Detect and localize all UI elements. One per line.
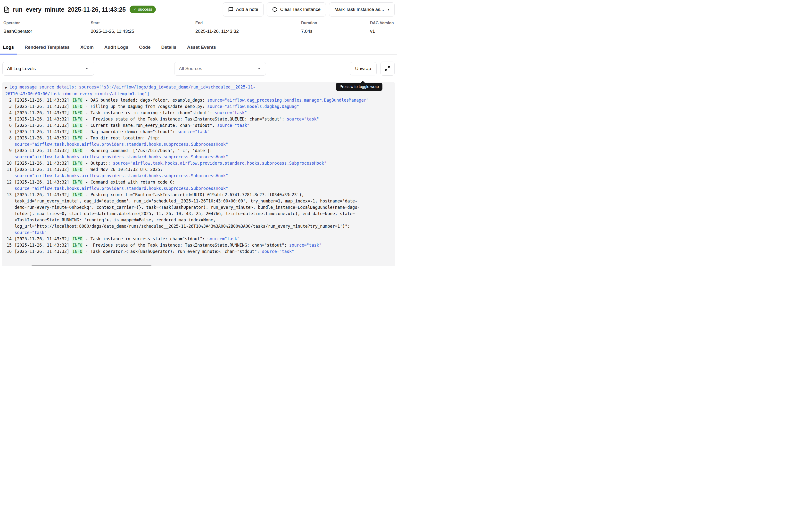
log-line-content: [2025-11-26, 11:43:32] INFO - Task insta… [15, 110, 392, 116]
log-source-link[interactable]: source="airflow.task.hooks.airflow.provi… [15, 154, 228, 159]
scrollbar-thumb[interactable] [31, 266, 152, 266]
log-text: [2025-11-26, 11:43:32] [15, 117, 72, 121]
tab-xcom[interactable]: XCom [77, 45, 97, 55]
log-text: - DAG bundles loaded: dags-folder, examp… [83, 98, 207, 102]
log-source-link[interactable]: source="airflow.task.hooks.airflow.provi… [15, 186, 228, 191]
log-source-link[interactable]: source="airflow.models.dagbag.DagBag" [207, 104, 299, 109]
log-source-link[interactable]: source="airflow.task.hooks.airflow.provi… [15, 173, 228, 178]
log-line-number: 6 [5, 122, 12, 129]
log-line-number: 4 [5, 110, 12, 116]
meta-label: Operator [3, 21, 91, 25]
log-source-link[interactable]: source="task" [217, 123, 250, 128]
title-group: run_every_minute 2025-11-26, 11:43:25 ✓ … [3, 5, 156, 13]
log-source-link[interactable]: source="task" [215, 110, 247, 115]
header: run_every_minute 2025-11-26, 11:43:25 ✓ … [0, 0, 397, 17]
horizontal-scrollbar[interactable] [2, 265, 395, 266]
page-title: run_every_minute [13, 6, 64, 13]
log-text: [2025-11-26, 11:43:32] [15, 161, 72, 166]
log-line-content: [2025-11-26, 11:43:32] INFO - Previous s… [15, 242, 392, 248]
log-source-link[interactable]: source="task" [289, 243, 321, 248]
add-note-label: Add a note [236, 7, 258, 12]
meta-operator: Operator BashOperator [3, 21, 91, 34]
log-line-number: 3 [5, 103, 12, 110]
meta-label: Start [91, 21, 195, 25]
log-line: 3[2025-11-26, 11:43:32] INFO - Filling u… [5, 103, 392, 110]
tab-asset-events[interactable]: Asset Events [184, 45, 219, 55]
tab-audit-logs[interactable]: Audit Logs [101, 45, 131, 55]
log-sources-value: All Sources [179, 66, 202, 71]
log-line: 2[2025-11-26, 11:43:32] INFO - DAG bundl… [5, 97, 392, 103]
tab-code[interactable]: Code [136, 45, 154, 55]
check-icon: ✓ [133, 7, 136, 12]
log-line-content: [2025-11-26, 11:43:32] INFO - Running co… [15, 148, 392, 160]
meta-label: End [195, 21, 301, 25]
log-text: [2025-11-26, 11:43:32] [15, 98, 72, 102]
log-text: - Pushing xcom: ti="RuntimeTaskInstance(… [15, 192, 360, 229]
log-text: [2025-11-26, 11:43:32] [15, 148, 72, 153]
meta-dag-version: DAG Version v1 [370, 21, 397, 34]
log-source-link[interactable]: Log message source details: sources=["s3… [5, 84, 255, 96]
meta-duration: Duration 7.04s [301, 21, 370, 34]
log-text: [2025-11-26, 11:43:32] [15, 236, 72, 241]
log-line-number: 11 [5, 166, 12, 179]
log-line-content: [2025-11-26, 11:43:32] INFO - Previous s… [15, 116, 392, 122]
log-level-select[interactable]: All Log Levels [2, 62, 94, 76]
log-source-link[interactable]: source="task" [15, 230, 47, 235]
meta-start: Start 2025-11-26, 11:43:25 [91, 21, 195, 34]
log-panel[interactable]: ▶Log message source details: sources=["s… [2, 82, 395, 266]
log-line-number: 10 [5, 160, 12, 166]
collapse-toggle-icon[interactable]: ▶ [5, 84, 10, 91]
log-level-badge: INFO [72, 104, 83, 109]
log-text: [2025-11-26, 11:43:32] [15, 243, 72, 248]
redo-icon [272, 7, 277, 12]
status-badge-label: success [138, 7, 152, 12]
log-sources-select[interactable]: All Sources [174, 62, 266, 76]
tab-details[interactable]: Details [158, 45, 179, 55]
log-text: - Running command: ['/usr/bin/bash', '-c… [83, 148, 212, 153]
log-source-link[interactable]: source="airflow.task.hooks.airflow.provi… [15, 142, 228, 147]
log-line-content: [2025-11-26, 11:43:32] INFO - Task insta… [15, 236, 392, 242]
clear-task-instance-label: Clear Task Instance [280, 7, 320, 12]
log-text: - Dag name:date_demo: chan="stdout": [83, 129, 178, 134]
log-line: 4[2025-11-26, 11:43:32] INFO - Task inst… [5, 110, 392, 116]
log-line-number: 15 [5, 242, 12, 248]
log-source-link[interactable]: source="task" [178, 129, 210, 134]
log-level-badge: INFO [72, 249, 83, 254]
log-line-content: [2025-11-26, 11:43:32] INFO - Output:: s… [15, 160, 392, 166]
log-line: 15[2025-11-26, 11:43:32] INFO - Previous… [5, 242, 392, 248]
unwrap-button[interactable]: Unwrap [350, 62, 376, 75]
log-line-content: [2025-11-26, 11:43:32] INFO - Tmp dir ro… [15, 135, 392, 148]
log-source-link[interactable]: source="task" [207, 236, 240, 241]
log-text: - Wed Nov 26 10:43:32 UTC 2025: [83, 167, 163, 172]
log-line: 12[2025-11-26, 11:43:32] INFO - Command … [5, 179, 392, 192]
clear-task-instance-button[interactable]: Clear Task Instance [267, 2, 326, 17]
log-source-link[interactable]: source="task" [287, 117, 319, 121]
log-line-number: 12 [5, 179, 12, 192]
add-note-button[interactable]: Add a note [223, 2, 264, 17]
tab-rendered-templates[interactable]: Rendered Templates [22, 45, 72, 55]
wrap-tooltip: Press w to toggle wrap [336, 83, 383, 91]
meta-row: Operator BashOperator Start 2025-11-26, … [0, 17, 397, 34]
log-line-content: [2025-11-26, 11:43:32] INFO - DAG bundle… [15, 97, 392, 103]
log-level-badge: INFO [72, 243, 83, 248]
log-line: 10[2025-11-26, 11:43:32] INFO - Output::… [5, 160, 392, 166]
log-text: - Current task name:run_every_minute: ch… [83, 123, 217, 128]
note-bubble-icon [228, 7, 234, 12]
log-source-link[interactable]: source="airflow.task.hooks.airflow.provi… [113, 161, 326, 166]
log-line-number: 16 [5, 248, 12, 254]
log-text: - Task instance is in running state: cha… [83, 110, 215, 115]
fullscreen-button[interactable] [381, 62, 394, 76]
log-source-link[interactable]: source="airflow.dag_processing.bundles.m… [207, 98, 369, 102]
log-line-content: [2025-11-26, 11:43:32] INFO - Pushing xc… [15, 192, 392, 236]
log-line-content: [2025-11-26, 11:43:32] INFO - Current ta… [15, 122, 392, 129]
tab-logs[interactable]: Logs [0, 45, 17, 55]
meta-value: 2025-11-26, 11:43:32 [195, 28, 301, 34]
log-source-link[interactable]: source="task" [262, 249, 294, 254]
log-text: - Task instance in success state: chan="… [83, 236, 207, 241]
chevron-down-icon [85, 66, 90, 71]
log-level-badge: INFO [72, 148, 83, 153]
log-text: [2025-11-26, 11:43:32] [15, 180, 72, 185]
log-text: [2025-11-26, 11:43:32] [15, 192, 72, 197]
meta-value: v1 [370, 28, 397, 34]
mark-task-instance-as-button[interactable]: Mark Task Instance as... ▾ [329, 2, 394, 17]
